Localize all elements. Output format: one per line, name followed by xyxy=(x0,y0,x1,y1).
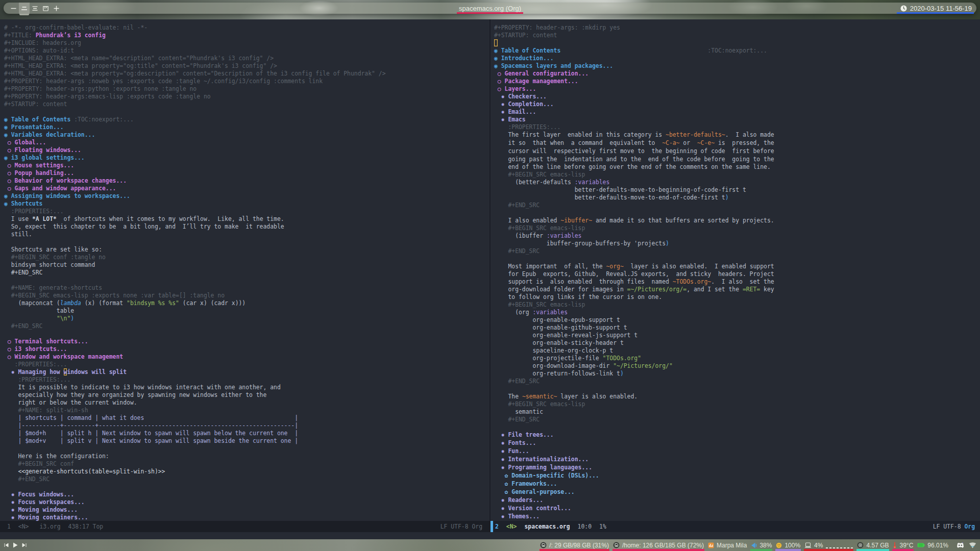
buffer-line[interactable]: ○ Window and workspace management xyxy=(4,353,490,361)
buffer-line[interactable]: #+INCLUDE: headers.org xyxy=(4,39,490,47)
buffer-line[interactable]: ◉ Presentation... xyxy=(4,123,490,131)
buffer-line[interactable]: ○ Gaps and window appearance... xyxy=(4,185,490,192)
buffer-line[interactable]: ◉ Variables declaration... xyxy=(4,131,490,139)
buffer-line[interactable]: #+END_SRC xyxy=(494,416,980,423)
buffer-line[interactable]: it so that when a command equivalent to … xyxy=(494,139,980,147)
buffer-line[interactable]: ✿ General-purpose... xyxy=(494,488,980,496)
previous-button[interactable] xyxy=(4,543,9,547)
buffer-line[interactable]: #+END_SRC xyxy=(4,322,490,330)
buffer-line[interactable]: ○ Terminal shortcuts... xyxy=(4,338,490,345)
buffer-line[interactable]: :PROPERTIES:... xyxy=(4,376,490,384)
buffer-line[interactable]: The ~semantic~ layer is also enabled. xyxy=(494,393,980,400)
buffer-line[interactable]: table xyxy=(4,307,490,315)
buffer-line[interactable]: It is possible to indicate to i3 how win… xyxy=(4,384,490,391)
buffer-line[interactable]: Here is the configuration: xyxy=(4,453,490,460)
buffer-line[interactable]: Most important of all, the ~org~ layer i… xyxy=(494,263,980,270)
buffer-line[interactable]: |-----------+---------+-----------------… xyxy=(4,422,490,430)
buffer-line[interactable]: #+HTML_HEAD_EXTRA: <meta property="og:de… xyxy=(4,70,490,78)
buffer-line[interactable]: ✸ Readers... xyxy=(494,496,980,505)
buffer-line[interactable]: (mapconcat (lambda (x) (format "bindsym … xyxy=(4,299,490,307)
buffer-line[interactable]: ✸ Emacs xyxy=(494,116,980,123)
next-button[interactable] xyxy=(22,543,27,547)
buffer-line[interactable]: #+HTML_HEAD_EXTRA: <meta name="descripti… xyxy=(4,55,490,62)
discord-tray-icon[interactable] xyxy=(957,542,964,548)
buffer-line[interactable]: org-enable-reveal-js-support t xyxy=(494,332,980,339)
play-button[interactable] xyxy=(13,542,18,548)
buffer-line[interactable]: #+STARTUP: content xyxy=(494,32,980,39)
buffer-line[interactable]: ○ Mouse settings... xyxy=(4,162,490,169)
buffer-line[interactable]: ✿ Domain-specific (DSLs)... xyxy=(494,472,980,480)
emacs-window-spacemacsorg[interactable]: #+PROPERTY: header-args: :mkdirp yes#+ST… xyxy=(490,19,980,532)
buffer-line[interactable]: #+END_SRC xyxy=(494,378,980,385)
buffer-line[interactable]: right or below the current window. xyxy=(4,399,490,407)
buffer-line[interactable]: So, expect this chapter to be a bit long… xyxy=(4,223,490,231)
buffer-line[interactable]: org-projectile-file "TODOs.org" xyxy=(494,355,980,362)
buffer-line[interactable]: #+BEGIN_SRC emacs-lisp :exports none :va… xyxy=(4,292,490,299)
buffer-line[interactable]: ✸ Moving windows... xyxy=(4,506,490,514)
buffer-line[interactable]: | shortcuts | command | what it does | xyxy=(4,414,490,422)
buffer-line[interactable]: ○ Popup handling... xyxy=(4,169,490,177)
buffer-line[interactable]: :PROPERTIES:... xyxy=(494,123,980,131)
buffer-line[interactable] xyxy=(494,255,980,263)
buffer-line[interactable]: #+OPTIONS: auto-id:t xyxy=(4,47,490,55)
buffer-line[interactable]: #+NAME: split-win-sh xyxy=(4,407,490,414)
buffer-line[interactable]: ○ Floating windows... xyxy=(4,146,490,154)
buffer-line[interactable]: ✸ Checkers... xyxy=(494,93,980,101)
buffer-line[interactable] xyxy=(4,277,490,284)
buffer-line[interactable]: org-return-follows-link t) xyxy=(494,370,980,378)
buffer-line[interactable]: semantic xyxy=(494,408,980,416)
module-volume[interactable]: 38% xyxy=(749,539,773,551)
buffer-line[interactable]: ✸ Themes... xyxy=(494,513,980,521)
module-memory[interactable]: 4.57 GB xyxy=(855,539,890,551)
buffer-line[interactable]: ✸ Focus workspaces... xyxy=(4,498,490,506)
buffer-line[interactable]: ◉ Introduction... xyxy=(494,55,980,62)
window-divider[interactable] xyxy=(489,19,491,532)
module-temperature[interactable]: 39°C xyxy=(891,539,915,551)
module-mpd[interactable]: Marpa Mila xyxy=(706,539,748,551)
buffer-line[interactable]: ○ Layers... xyxy=(494,85,980,93)
buffer-line[interactable]: #+BEGIN_SRC emacs-lisp xyxy=(494,400,980,408)
buffer-line[interactable]: org-enable-sticky-header t xyxy=(494,339,980,347)
buffer-line[interactable]: ◉ Table of Contents :TOC:noexport:... xyxy=(494,47,980,55)
buffer-line[interactable]: org-download folder for images in =~/Pic… xyxy=(494,286,980,293)
buffer-line[interactable]: <<generate-shortcuts(table=split-win-sh)… xyxy=(4,468,490,475)
module-battery[interactable]: 96.01% xyxy=(916,539,950,551)
buffer-line[interactable]: Shortcuts are set like so: xyxy=(4,246,490,254)
buffer-line[interactable]: ◉ Shortcuts xyxy=(4,200,490,208)
buffer-line[interactable]: org-download-image-dir "~/Pictures/org/" xyxy=(494,362,980,370)
buffer-line[interactable]: #+PROPERTY: header-args: :mkdirp yes xyxy=(494,24,980,32)
buffer-line[interactable]: ○ Behavior of workspace changes... xyxy=(4,177,490,185)
buffer-line[interactable]: #+BEGIN_SRC emacs-lisp xyxy=(494,301,980,309)
module-brightness[interactable]: 100% xyxy=(774,539,802,551)
buffer-line[interactable]: bindsym shortcut command xyxy=(4,261,490,269)
buffer-line[interactable]: #+NAME: generate-shortcuts xyxy=(4,284,490,292)
buffer-line[interactable]: #+END_SRC xyxy=(494,202,980,209)
buffer-line[interactable]: ibuffer-group-buffers-by 'projects) xyxy=(494,240,980,247)
buffer-line[interactable]: "\n") xyxy=(4,315,490,322)
buffer-line[interactable] xyxy=(494,209,980,217)
buffer-line[interactable]: | $mod+v | split v | Next window to spaw… xyxy=(4,437,490,445)
buffer-line[interactable] xyxy=(494,423,980,431)
buffer-line[interactable]: org-enable-epub-support t xyxy=(494,316,980,324)
buffer-line[interactable]: org-enable-github-support t xyxy=(494,324,980,332)
emacs-window-i3org[interactable]: # -*- org-confirm-babel-evaluate: nil -*… xyxy=(0,19,490,532)
buffer-line[interactable]: ◉ i3 global settings... xyxy=(4,154,490,162)
buffer-line[interactable]: ✸ Moving containers... xyxy=(4,514,490,521)
buffer-line[interactable]: ✸ Internationalization... xyxy=(494,456,980,464)
buffer-line[interactable]: #+BEGIN_SRC emacs-lisp xyxy=(494,171,980,179)
buffer-line[interactable]: ✸ File trees... xyxy=(494,431,980,439)
buffer-spacemacsorg[interactable]: #+PROPERTY: header-args: :mkdirp yes#+ST… xyxy=(490,19,980,521)
buffer-line[interactable]: ✸ Managing how windows will split xyxy=(4,368,490,376)
buffer-line[interactable]: #+TITLE: Phundrak’s i3 config xyxy=(4,32,490,39)
buffer-line[interactable]: ◉ Spacemacs layers and packages... xyxy=(494,62,980,70)
buffer-line[interactable]: I also enabled ~ibuffer~ and made it so … xyxy=(494,217,980,224)
buffer-line[interactable]: ○ Package management... xyxy=(494,78,980,85)
buffer-line[interactable]: ◉ Table of Contents :TOC:noexport:... xyxy=(4,116,490,123)
buffer-line[interactable] xyxy=(4,108,490,116)
buffer-line[interactable]: #+END_SRC xyxy=(4,475,490,483)
buffer-line[interactable]: (better-defaults :variables xyxy=(494,179,980,186)
buffer-line[interactable]: :PROPERTIES:... xyxy=(4,208,490,215)
buffer-line[interactable]: spaceline-org-clock-p t xyxy=(494,347,980,355)
buffer-line[interactable]: # -*- org-confirm-babel-evaluate: nil -*… xyxy=(4,24,490,32)
buffer-line[interactable]: going past the indentation and to the en… xyxy=(494,156,980,163)
